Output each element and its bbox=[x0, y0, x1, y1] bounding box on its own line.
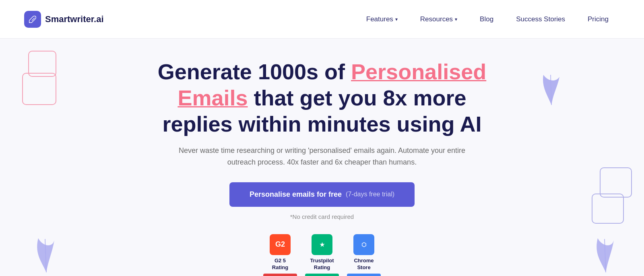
cta-main-text: Personalise emails for free bbox=[250, 190, 342, 199]
nav-item-features[interactable]: Features ▾ bbox=[355, 12, 409, 27]
feather-icon-top-right bbox=[539, 71, 564, 107]
nav-item-blog[interactable]: Blog bbox=[469, 12, 505, 27]
chevron-down-icon: ▾ bbox=[395, 16, 398, 22]
badge-chrome: ⬡ ChromeStore ★ ★ ★ ★ ★ 2022 bbox=[347, 234, 381, 276]
deco-feather-right-top bbox=[539, 71, 564, 109]
logo-text: Smartwriter.ai bbox=[45, 14, 104, 25]
chrome-stars: ★ ★ ★ ★ ★ bbox=[347, 274, 381, 276]
hero-subtext: Never waste time researching or writing … bbox=[171, 145, 473, 168]
logo-icon bbox=[24, 11, 41, 28]
no-credit-card-text: *No credit card required bbox=[290, 213, 354, 220]
chrome-label: ChromeStore bbox=[354, 257, 374, 271]
g2-icon: G2 bbox=[270, 234, 291, 255]
trustpilot-icon: ★ bbox=[312, 234, 332, 255]
cta-trial-text: (7-days free trial) bbox=[346, 191, 394, 198]
badge-trustpilot: ★ TrustpilotRating ★ ★ ★ ★ ★ 2022 bbox=[305, 234, 339, 276]
nav-links: Features ▾ Resources ▾ Blog Success Stor… bbox=[355, 12, 620, 27]
deco-feather-bottom-right bbox=[592, 234, 620, 276]
chrome-icon: ⬡ bbox=[353, 234, 374, 255]
hero-headline: Generate 1000s of Personalised Emails th… bbox=[141, 59, 503, 137]
feather-pen-icon bbox=[28, 15, 37, 24]
deco-squares-left bbox=[24, 51, 58, 109]
deco-square-2 bbox=[22, 73, 56, 105]
badge-g2: G2 G2 5Rating ★ ★ ★ ★ ★ 2022 bbox=[263, 234, 297, 276]
cta-button[interactable]: Personalise emails for free (7-days free… bbox=[229, 182, 415, 207]
navbar: Smartwriter.ai Features ▾ Resources ▾ Bl… bbox=[0, 0, 644, 39]
feather-icon-bottom-left bbox=[32, 234, 60, 274]
nav-item-pricing[interactable]: Pricing bbox=[576, 12, 620, 27]
nav-item-success-stories[interactable]: Success Stories bbox=[505, 12, 576, 27]
trustpilot-label: TrustpilotRating bbox=[310, 257, 334, 271]
badges-row: G2 G2 5Rating ★ ★ ★ ★ ★ 2022 ★ Trustpilo… bbox=[263, 234, 381, 276]
g2-label: G2 5Rating bbox=[272, 257, 288, 271]
g2-stars: ★ ★ ★ ★ ★ bbox=[263, 274, 297, 276]
trustpilot-stars: ★ ★ ★ ★ ★ bbox=[305, 274, 339, 276]
feather-icon-bottom-right bbox=[592, 234, 620, 274]
headline-part1: Generate 1000s of bbox=[158, 60, 351, 84]
logo[interactable]: Smartwriter.ai bbox=[24, 11, 104, 28]
chevron-down-icon: ▾ bbox=[455, 16, 457, 22]
nav-item-resources[interactable]: Resources ▾ bbox=[409, 12, 469, 27]
deco-squares-right bbox=[592, 167, 624, 228]
deco-square-blue-1 bbox=[600, 167, 632, 198]
deco-square-blue-2 bbox=[592, 194, 624, 224]
hero-section: Generate 1000s of Personalised Emails th… bbox=[0, 39, 644, 276]
deco-feather-bottom-left bbox=[32, 234, 60, 276]
